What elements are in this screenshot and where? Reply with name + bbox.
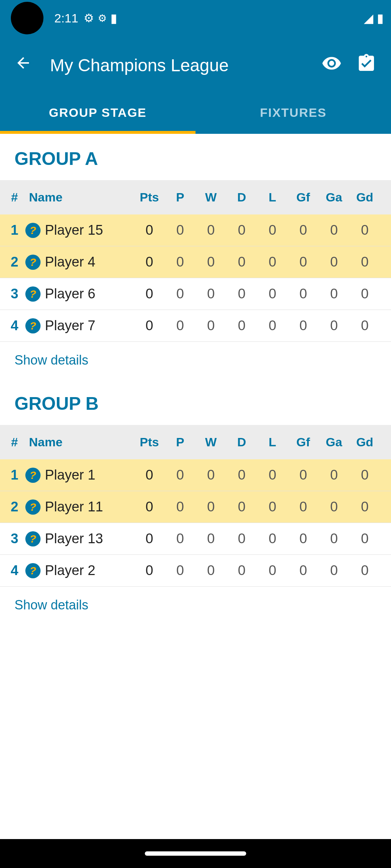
question-badge-icon: ? [25, 468, 41, 483]
p-cell: 0 [165, 563, 196, 578]
gd-cell: 0 [349, 467, 380, 483]
rank-cell: 3 [4, 286, 25, 302]
content-area[interactable]: GROUP A#NamePtsPWDLGfGaGd1?Player 150000… [0, 134, 391, 839]
table-row[interactable]: 2?Player 400000000 [0, 246, 391, 278]
name-cell: ?Player 6 [25, 286, 134, 302]
player-name: Player 13 [45, 531, 103, 546]
d-cell: 0 [226, 254, 257, 270]
pts-cell: 0 [134, 499, 165, 515]
p-cell: 0 [165, 286, 196, 302]
camera-cutout [11, 2, 43, 34]
tab-bar: GROUP STAGE FIXTURES [0, 94, 391, 134]
page-title: My Champions League [50, 55, 314, 75]
table-row[interactable]: 3?Player 1300000000 [0, 523, 391, 555]
tab-group-stage[interactable]: GROUP STAGE [0, 94, 196, 134]
header-pts[interactable]: Pts [134, 190, 165, 204]
l-cell: 0 [257, 222, 288, 238]
l-cell: 0 [257, 531, 288, 546]
ga-cell: 0 [319, 531, 349, 546]
header-d[interactable]: D [226, 190, 257, 204]
pts-cell: 0 [134, 467, 165, 483]
w-cell: 0 [196, 467, 226, 483]
p-cell: 0 [165, 318, 196, 333]
table-row[interactable]: 4?Player 200000000 [0, 555, 391, 587]
w-cell: 0 [196, 499, 226, 515]
rank-cell: 1 [4, 467, 25, 483]
rank-cell: 1 [4, 222, 25, 238]
header-gd[interactable]: Gd [349, 190, 380, 204]
header-rank[interactable]: # [4, 190, 25, 204]
d-cell: 0 [226, 499, 257, 515]
table-row[interactable]: 3?Player 600000000 [0, 278, 391, 310]
l-cell: 0 [257, 499, 288, 515]
name-cell: ?Player 13 [25, 531, 134, 546]
ga-cell: 0 [319, 318, 349, 333]
tab-fixtures[interactable]: FIXTURES [196, 94, 391, 134]
table-row[interactable]: 1?Player 1500000000 [0, 214, 391, 246]
show-details-link[interactable]: Show details [0, 342, 391, 379]
gd-cell: 0 [349, 286, 380, 302]
name-cell: ?Player 1 [25, 467, 134, 483]
p-cell: 0 [165, 254, 196, 270]
gf-cell: 0 [288, 531, 319, 546]
battery-icon: ▮ [377, 11, 384, 25]
header-p[interactable]: P [165, 190, 196, 204]
rank-cell: 4 [4, 318, 25, 333]
pts-cell: 0 [134, 318, 165, 333]
header-pts[interactable]: Pts [134, 435, 165, 449]
header-gf[interactable]: Gf [288, 435, 319, 449]
header-name[interactable]: Name [25, 435, 134, 449]
header-ga[interactable]: Ga [319, 435, 349, 449]
w-cell: 0 [196, 318, 226, 333]
header-rank[interactable]: # [4, 435, 25, 449]
ga-cell: 0 [319, 499, 349, 515]
gf-cell: 0 [288, 563, 319, 578]
header-gd[interactable]: Gd [349, 435, 380, 449]
back-button[interactable] [7, 47, 39, 83]
header-ga[interactable]: Ga [319, 190, 349, 204]
header-p[interactable]: P [165, 435, 196, 449]
table-row[interactable]: 4?Player 700000000 [0, 310, 391, 342]
header-d[interactable]: D [226, 435, 257, 449]
header-w[interactable]: W [196, 435, 226, 449]
p-cell: 0 [165, 222, 196, 238]
pts-cell: 0 [134, 563, 165, 578]
visibility-button[interactable] [314, 46, 349, 85]
header-l[interactable]: L [257, 190, 288, 204]
table-row[interactable]: 1?Player 100000000 [0, 459, 391, 491]
gd-cell: 0 [349, 222, 380, 238]
sim-icon: ▮ [110, 11, 117, 25]
header-gf[interactable]: Gf [288, 190, 319, 204]
question-badge-icon: ? [25, 255, 41, 270]
ga-cell: 0 [319, 286, 349, 302]
system-nav-bar[interactable] [0, 839, 391, 868]
question-badge-icon: ? [25, 286, 41, 302]
gd-cell: 0 [349, 531, 380, 546]
player-name: Player 1 [45, 467, 95, 483]
name-cell: ?Player 4 [25, 254, 134, 270]
gd-cell: 0 [349, 499, 380, 515]
d-cell: 0 [226, 531, 257, 546]
show-details-link[interactable]: Show details [0, 587, 391, 624]
p-cell: 0 [165, 531, 196, 546]
name-cell: ?Player 11 [25, 499, 134, 515]
gf-cell: 0 [288, 467, 319, 483]
header-w[interactable]: W [196, 190, 226, 204]
arrow-left-icon [14, 54, 32, 72]
player-name: Player 4 [45, 254, 95, 270]
header-name[interactable]: Name [25, 190, 134, 204]
l-cell: 0 [257, 467, 288, 483]
table-header: #NamePtsPWDLGfGaGd [0, 180, 391, 214]
header-l[interactable]: L [257, 435, 288, 449]
gf-cell: 0 [288, 318, 319, 333]
signal-icon: ◢ [364, 11, 373, 25]
question-badge-icon: ? [25, 563, 41, 578]
gf-cell: 0 [288, 286, 319, 302]
checklist-button[interactable] [349, 46, 384, 85]
table-row[interactable]: 2?Player 1100000000 [0, 491, 391, 523]
eye-icon [321, 53, 342, 73]
l-cell: 0 [257, 286, 288, 302]
rank-cell: 2 [4, 499, 25, 515]
name-cell: ?Player 15 [25, 222, 134, 238]
gd-cell: 0 [349, 254, 380, 270]
